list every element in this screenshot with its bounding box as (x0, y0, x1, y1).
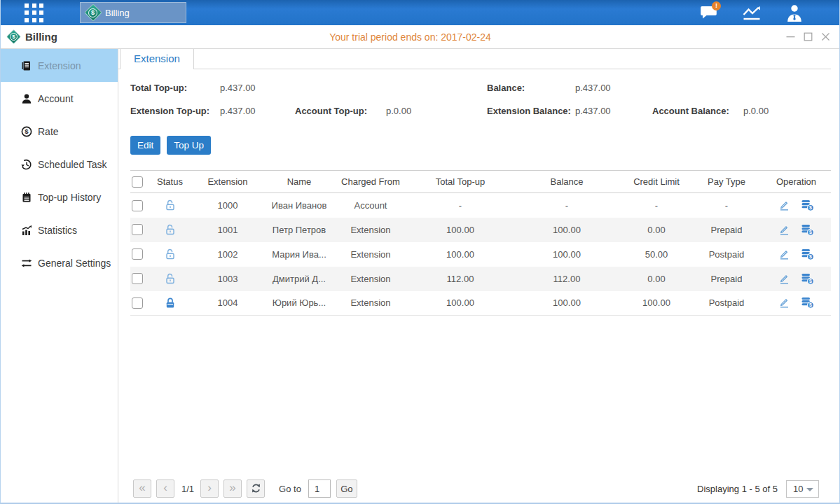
row-checkbox[interactable] (132, 200, 143, 211)
row-checkbox[interactable] (132, 273, 143, 284)
maximize-button[interactable] (803, 32, 813, 42)
row-checkbox[interactable] (132, 224, 143, 235)
sidebar-item-rate[interactable]: $ Rate (1, 115, 118, 148)
account-balance-value: p.0.00 (743, 106, 769, 116)
pagination-bar: « ‹ 1/1 › » Go to Go Displaying 1 - 5 of… (133, 479, 819, 498)
column-header-total-topup: Total Top-up (408, 171, 512, 193)
extension-balance-value: p.437.00 (575, 106, 611, 116)
column-header-pay-type: Pay Type (691, 171, 762, 193)
extension-balance-label: Extension Balance: (487, 106, 571, 116)
name-cell: Петр Петров (266, 218, 333, 242)
row-checkbox-cell (130, 291, 150, 316)
page-size-value: 10 (793, 484, 803, 494)
name-cell: Юрий Юрь... (266, 291, 333, 316)
charged-from-cell: Extension (333, 218, 408, 242)
row-checkbox-cell (130, 193, 150, 218)
svg-text:$: $ (809, 254, 812, 260)
window-title: $ Billing (7, 30, 57, 43)
svg-text:$: $ (809, 205, 812, 211)
extension-cell: 1004 (190, 291, 266, 316)
close-button[interactable] (820, 32, 830, 42)
charged-from-cell: Extension (333, 267, 408, 291)
sidebar-item-label: Extension (38, 60, 81, 71)
edit-row-icon[interactable] (778, 200, 790, 211)
operation-cell: $ (762, 267, 831, 291)
edit-row-icon[interactable] (778, 224, 790, 236)
top-up-row-icon[interactable]: $ (801, 297, 814, 309)
top-up-row-icon[interactable]: $ (801, 200, 814, 211)
extension-cell: 1001 (190, 218, 266, 242)
trial-notice: Your trial period ends on: 2017-02-24 (1, 31, 820, 43)
user-button[interactable] (785, 4, 804, 22)
lock-closed-icon (164, 297, 177, 309)
extension-cell: 1003 (190, 267, 266, 291)
goto-page-input[interactable] (308, 479, 331, 498)
status-cell (150, 218, 190, 242)
prev-page-button[interactable]: ‹ (156, 479, 174, 498)
sidebar-item-extension[interactable]: Extension (1, 49, 118, 82)
total-topup-value: p.437.00 (220, 83, 256, 93)
column-header-charged-from: Charged From (333, 171, 408, 193)
sidebar-item-account[interactable]: Account (1, 82, 118, 115)
sidebar-item-statistics[interactable]: Statistics (1, 214, 118, 246)
svg-text:$: $ (25, 127, 29, 135)
credit-limit-cell: - (621, 193, 691, 218)
balance-label: Balance: (487, 83, 525, 93)
app-grid-icon[interactable] (25, 4, 43, 22)
refresh-button[interactable] (247, 479, 265, 498)
statistics-icon (21, 225, 32, 236)
sidebar-item-topup-history[interactable]: Top-up History (1, 181, 118, 214)
row-checkbox[interactable] (132, 248, 143, 260)
balance-value: p.437.00 (575, 83, 611, 93)
table-row: 1002 Мария Ива... Extension 100.00 100.0… (130, 242, 831, 267)
taskbar-tab-label: Billing (105, 8, 130, 18)
row-checkbox[interactable] (132, 298, 143, 309)
row-checkbox-cell (130, 242, 150, 267)
edit-row-icon[interactable] (778, 248, 790, 260)
balance-cell: 112.00 (512, 267, 621, 291)
total-topup-cell: 100.00 (408, 218, 512, 242)
extension-topup-label: Extension Top-up: (130, 106, 209, 116)
top-up-row-icon[interactable]: $ (801, 224, 814, 236)
next-page-button[interactable]: › (200, 479, 219, 498)
header-checkbox-cell (130, 171, 150, 193)
operation-cell: $ (762, 218, 831, 242)
edit-button[interactable]: Edit (130, 136, 160, 155)
sidebar-item-label: General Settings (38, 258, 111, 269)
taskbar-tab-billing[interactable]: $ Billing (80, 2, 186, 23)
sidebar-item-label: Scheduled Task (38, 159, 107, 170)
top-up-row-icon[interactable]: $ (801, 273, 814, 285)
topbar: $ Billing ! (1, 0, 839, 25)
extension-table-body: 1000 Иван Иванов Account - - - - $ (130, 193, 831, 316)
sidebar: Extension Account $ Rate Scheduled Task … (1, 49, 118, 503)
go-button[interactable]: Go (336, 479, 357, 498)
tab-extension[interactable]: Extension (120, 49, 194, 69)
lock-open-icon (164, 223, 177, 236)
page-size-select[interactable]: 10 (786, 480, 819, 498)
minimize-button[interactable] (785, 32, 795, 42)
last-page-button[interactable]: » (223, 479, 242, 498)
select-all-checkbox[interactable] (132, 176, 143, 188)
topbar-icons: ! (699, 0, 804, 25)
balance-cell: 100.00 (512, 242, 621, 267)
sidebar-item-label: Top-up History (38, 192, 101, 203)
notifications-button[interactable]: ! (699, 4, 719, 22)
page-indicator: 1/1 (181, 484, 194, 494)
edit-row-icon[interactable] (778, 273, 790, 285)
top-up-button[interactable]: Top Up (167, 136, 211, 155)
statistics-button[interactable] (742, 4, 762, 22)
sidebar-item-scheduled-task[interactable]: Scheduled Task (1, 148, 118, 181)
first-page-button[interactable]: « (133, 479, 151, 498)
goto-label: Go to (279, 484, 301, 494)
charged-from-cell: Extension (333, 242, 408, 267)
credit-limit-cell: 50.00 (621, 242, 691, 267)
sidebar-item-general-settings[interactable]: General Settings (1, 246, 118, 279)
account-topup-value: p.0.00 (386, 106, 411, 116)
credit-limit-cell: 0.00 (621, 218, 691, 242)
top-up-row-icon[interactable]: $ (801, 248, 814, 260)
status-cell (150, 267, 190, 291)
edit-row-icon[interactable] (778, 297, 790, 309)
charged-from-cell: Extension (333, 291, 408, 316)
total-topup-label: Total Top-up: (130, 83, 187, 93)
svg-text:$: $ (809, 279, 812, 284)
